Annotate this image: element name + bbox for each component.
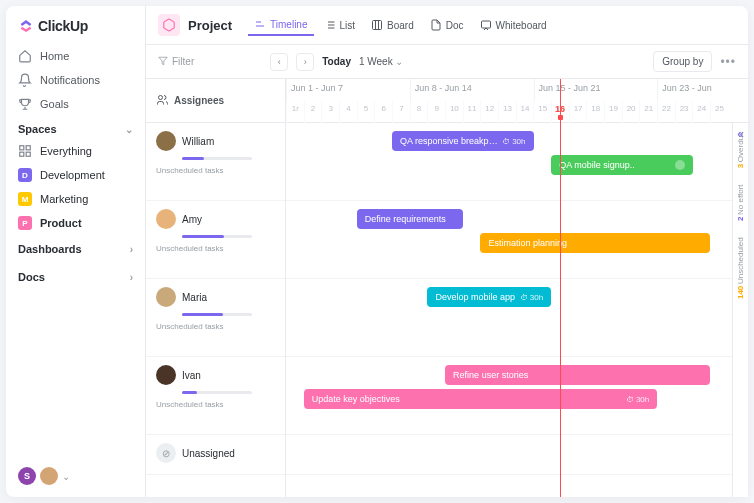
- avatar: [156, 365, 176, 385]
- workload-bar: [182, 157, 252, 160]
- toolbar: Filter ‹ › Today 1 Week ⌄ Group by •••: [146, 45, 748, 79]
- day-label: 11: [463, 101, 481, 123]
- space-everything[interactable]: Everything: [6, 139, 145, 163]
- nav-notifications[interactable]: Notifications: [6, 68, 145, 92]
- docs-section[interactable]: Docs ›: [6, 263, 145, 291]
- rail-noeffort[interactable]: 2No effort: [736, 176, 745, 229]
- bell-icon: [18, 73, 32, 87]
- view-whiteboard[interactable]: Whiteboard: [474, 14, 553, 36]
- filter-button[interactable]: Filter: [158, 56, 194, 68]
- day-label: 10: [445, 101, 463, 123]
- user-avatar[interactable]: S: [18, 467, 36, 485]
- task-label: Estimation planning: [488, 238, 702, 248]
- space-product[interactable]: P Product: [6, 211, 145, 235]
- today-marker: 16: [552, 103, 568, 121]
- assignees-header[interactable]: Assignees: [146, 79, 285, 123]
- unscheduled-label[interactable]: Unscheduled tasks: [156, 400, 275, 409]
- timeline-grid[interactable]: Jun 1 - Jun 7Jun 8 - Jun 14Jun 15 - Jun …: [286, 79, 748, 497]
- logo[interactable]: ClickUp: [6, 14, 145, 44]
- nav-home[interactable]: Home: [6, 44, 145, 68]
- home-icon: [18, 49, 32, 63]
- task-bar[interactable]: Define requirements: [357, 209, 463, 229]
- unscheduled-label[interactable]: Unscheduled tasks: [156, 166, 275, 175]
- task-bar[interactable]: Update key objectives⏱ 30h: [304, 389, 658, 409]
- svg-rect-2: [20, 152, 24, 156]
- week-label: Jun 1 - Jun 7: [286, 79, 410, 101]
- chevron-down-icon[interactable]: ⌄: [62, 471, 70, 482]
- space-marketing[interactable]: M Marketing: [6, 187, 145, 211]
- today-button[interactable]: Today: [322, 56, 351, 67]
- timeline-row: QA responsive breakpoints⏱ 30hQA mobile …: [286, 123, 748, 201]
- task-bar[interactable]: QA mobile signup..: [551, 155, 692, 175]
- day-label: 7: [392, 101, 410, 123]
- project-icon[interactable]: [158, 14, 180, 36]
- more-button[interactable]: •••: [720, 55, 736, 69]
- assignee-row: Ivan Unscheduled tasks: [146, 357, 285, 435]
- main: Project Timeline List Board Doc: [146, 6, 748, 497]
- unscheduled-label[interactable]: Unscheduled tasks: [156, 322, 275, 331]
- day-label: 9: [427, 101, 445, 123]
- spaces-header[interactable]: Spaces ⌄: [6, 116, 145, 139]
- chevron-right-icon: ›: [130, 272, 133, 283]
- space-development[interactable]: D Development: [6, 163, 145, 187]
- timeline-row: [286, 435, 748, 475]
- range-select[interactable]: 1 Week ⌄: [359, 56, 404, 67]
- next-button[interactable]: ›: [296, 53, 314, 71]
- assignee[interactable]: Maria: [156, 287, 275, 307]
- people-icon: [156, 94, 168, 108]
- timeline-icon: [254, 18, 266, 30]
- view-list[interactable]: List: [318, 14, 362, 36]
- task-bar[interactable]: QA responsive breakpoints⏱ 30h: [392, 131, 533, 151]
- groupby-button[interactable]: Group by: [653, 51, 712, 72]
- timeline: Assignees William Unscheduled tasks Amy …: [146, 79, 748, 497]
- task-label: Develop mobile app: [435, 292, 515, 302]
- user-avatar[interactable]: [40, 467, 58, 485]
- workload-bar: [182, 235, 252, 238]
- dashboards-section[interactable]: Dashboards ›: [6, 235, 145, 263]
- day-label: 14: [516, 101, 534, 123]
- rail-unscheduled[interactable]: 140Unscheduled: [736, 229, 745, 307]
- workload-bar: [182, 313, 252, 316]
- avatar: ⊘: [156, 443, 176, 463]
- prev-button[interactable]: ‹: [270, 53, 288, 71]
- board-icon: [371, 19, 383, 31]
- right-rail: 3Overdue 2No effort 140Unscheduled: [732, 123, 748, 497]
- workload-bar: [182, 391, 252, 394]
- brand-name: ClickUp: [38, 18, 88, 34]
- day-label: 5: [357, 101, 375, 123]
- day-label: 22: [657, 101, 675, 123]
- assignee[interactable]: William: [156, 131, 275, 151]
- svg-rect-0: [20, 146, 24, 150]
- task-bar[interactable]: Develop mobile app⏱ 30h: [427, 287, 551, 307]
- assignee[interactable]: Amy: [156, 209, 275, 229]
- assignee[interactable]: ⊘Unassigned: [156, 443, 275, 463]
- task-estimate: ⏱ 30h: [502, 137, 526, 146]
- assignee[interactable]: Ivan: [156, 365, 275, 385]
- task-bar[interactable]: Refine user stories: [445, 365, 710, 385]
- svg-rect-3: [26, 152, 30, 156]
- task-label: Refine user stories: [453, 370, 702, 380]
- view-doc[interactable]: Doc: [424, 14, 470, 36]
- chevron-right-icon: ›: [130, 244, 133, 255]
- clickup-logo-icon: [18, 18, 34, 34]
- week-label: Jun 8 - Jun 14: [410, 79, 534, 101]
- timeline-row: Refine user storiesUpdate key objectives…: [286, 357, 748, 435]
- nav-goals[interactable]: Goals: [6, 92, 145, 116]
- unscheduled-label[interactable]: Unscheduled tasks: [156, 244, 275, 253]
- day-label: 18: [586, 101, 604, 123]
- chevron-down-icon: ⌄: [125, 124, 133, 135]
- day-label: 2: [304, 101, 322, 123]
- view-timeline[interactable]: Timeline: [248, 14, 313, 36]
- avatar: [156, 287, 176, 307]
- task-estimate: ⏱ 30h: [520, 293, 544, 302]
- space-badge: D: [18, 168, 32, 182]
- task-label: Define requirements: [365, 214, 455, 224]
- task-bar[interactable]: Estimation planning: [480, 233, 710, 253]
- view-board[interactable]: Board: [365, 14, 420, 36]
- task-estimate: ⏱ 30h: [626, 395, 650, 404]
- chevron-down-icon: ⌄: [395, 56, 403, 67]
- collapse-button[interactable]: «: [737, 127, 744, 141]
- space-badge: P: [18, 216, 32, 230]
- info-icon: [675, 160, 685, 170]
- task-label: QA mobile signup..: [559, 160, 670, 170]
